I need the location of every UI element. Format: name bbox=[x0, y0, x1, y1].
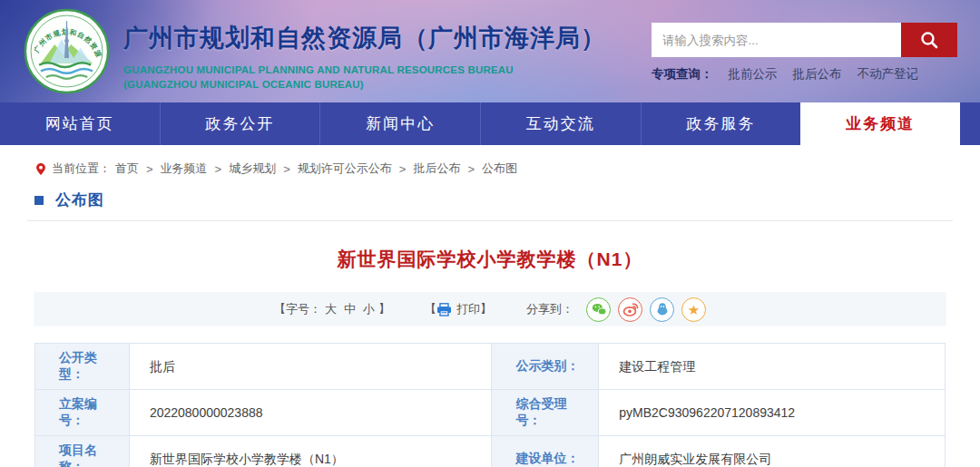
section-title: 公布图 bbox=[55, 190, 104, 210]
table-row: 立案编号： 2022080000023888 综合受理号： pyMB2C9309… bbox=[35, 390, 946, 436]
print-button[interactable]: 打印 bbox=[436, 301, 480, 317]
share-qq-button[interactable] bbox=[650, 297, 674, 322]
breadcrumb-separator: > bbox=[399, 162, 407, 176]
breadcrumb: 当前位置： 首页 > 业务频道 > 城乡规划 > 规划许可公示公布 > 批后公布… bbox=[0, 145, 980, 177]
table-row: 公开类型： 批后 公示类别： 建设工程管理 bbox=[35, 344, 946, 390]
field-value: pyMB2C930962207120893412 bbox=[599, 390, 946, 436]
font-size-large-button[interactable]: 大 bbox=[325, 301, 337, 317]
printer-icon bbox=[436, 303, 452, 316]
square-bullet-icon bbox=[34, 196, 44, 205]
crumb-urban-rural-planning[interactable]: 城乡规划 bbox=[229, 161, 276, 177]
font-size-label: 【字号： bbox=[274, 301, 321, 317]
field-value: 2022080000023888 bbox=[129, 390, 492, 436]
font-size-label-close: 】 bbox=[378, 301, 390, 317]
nav-tab-home[interactable]: 网站首页 bbox=[0, 102, 160, 145]
breadcrumb-separator: > bbox=[283, 162, 290, 176]
search-button[interactable] bbox=[901, 23, 957, 57]
field-value: 广州朗威实业发展有限公司 bbox=[599, 436, 946, 467]
nav-tab-gov-services[interactable]: 政务服务 bbox=[641, 102, 801, 145]
location-pin-icon bbox=[34, 161, 47, 177]
font-size-medium-button[interactable]: 中 bbox=[344, 301, 356, 317]
section-divider bbox=[27, 220, 953, 221]
breadcrumb-separator: > bbox=[467, 162, 475, 176]
special-query-row: 专项查询： 批前公示 批后公布 不动产登记 bbox=[652, 66, 957, 83]
search-input[interactable] bbox=[652, 23, 901, 57]
link-pre-approval-notice[interactable]: 批前公示 bbox=[729, 66, 778, 83]
breadcrumb-label: 当前位置： bbox=[52, 161, 111, 177]
crumb-post-approval[interactable]: 批后公布 bbox=[413, 161, 460, 177]
article-title: 新世界国际学校小学教学楼（N1） bbox=[0, 247, 980, 272]
special-query-label: 专项查询： bbox=[652, 66, 713, 83]
crumb-home[interactable]: 首页 bbox=[115, 161, 139, 177]
field-value: 建设工程管理 bbox=[599, 344, 946, 390]
field-label: 建设单位： bbox=[492, 436, 599, 467]
main-nav: 网站首页 政务公开 新闻中心 互动交流 政务服务 业务频道 bbox=[0, 102, 980, 145]
crumb-permit-publicity[interactable]: 规划许可公示公布 bbox=[298, 161, 392, 177]
breadcrumb-separator: > bbox=[215, 162, 222, 176]
field-label: 立案编号： bbox=[35, 390, 130, 436]
field-label: 项目名称： bbox=[35, 436, 130, 467]
font-size-control: 【字号： 大 中 小 】 bbox=[274, 301, 390, 317]
weibo-icon bbox=[622, 302, 639, 316]
article-toolbar: 【字号： 大 中 小 】 【 打印 】 分享到： bbox=[34, 292, 946, 326]
share-weibo-button[interactable] bbox=[618, 297, 642, 322]
search-icon bbox=[919, 30, 939, 50]
print-bracket-close: 】 bbox=[480, 301, 492, 317]
qq-icon bbox=[655, 302, 670, 316]
field-value: 批后 bbox=[129, 344, 492, 390]
site-title: 广州市规划和自然资源局（广州市海洋局） bbox=[123, 22, 606, 54]
field-value: 新世界国际学校小学教学楼（N1） bbox=[129, 436, 492, 467]
wechat-icon bbox=[591, 302, 607, 316]
font-size-small-button[interactable]: 小 bbox=[363, 301, 375, 317]
field-label: 公示类别： bbox=[492, 344, 599, 390]
section-header: 公布图 bbox=[27, 190, 953, 210]
link-real-estate-registration[interactable]: 不动产登记 bbox=[858, 66, 919, 83]
bureau-logo-icon[interactable]: 广州市规划和自然资源局 bbox=[24, 8, 110, 94]
field-label: 综合受理号： bbox=[492, 390, 599, 436]
table-row: 项目名称： 新世界国际学校小学教学楼（N1） 建设单位： 广州朗威实业发展有限公… bbox=[35, 436, 946, 467]
field-label: 公开类型： bbox=[35, 344, 130, 390]
share-control: 分享到： ★ bbox=[526, 297, 706, 322]
print-control: 【 打印 】 bbox=[425, 301, 492, 317]
print-bracket-open: 【 bbox=[425, 301, 436, 317]
crumb-publication-map: 公布图 bbox=[482, 161, 517, 177]
nav-tab-interaction[interactable]: 互动交流 bbox=[480, 102, 641, 145]
share-label: 分享到： bbox=[526, 301, 573, 317]
nav-tab-news-center[interactable]: 新闻中心 bbox=[319, 102, 480, 145]
site-subtitle: GUANGZHOU MUNICIPAL PLANNING AND NATURAL… bbox=[123, 63, 606, 92]
share-favorite-button[interactable]: ★ bbox=[681, 297, 706, 322]
print-label: 打印 bbox=[456, 301, 480, 317]
site-header: 广州市规划和自然资源局 广州市规划和自然资源局（广州市海洋局） GUANGZHO… bbox=[0, 0, 980, 102]
nav-tab-business-channel[interactable]: 业务频道 bbox=[800, 102, 960, 145]
project-info-table: 公开类型： 批后 公示类别： 建设工程管理 立案编号： 202208000002… bbox=[34, 343, 946, 467]
nav-tab-gov-affairs[interactable]: 政务公开 bbox=[160, 102, 320, 145]
link-post-approval-notice[interactable]: 批后公布 bbox=[793, 66, 842, 83]
favorite-star-icon: ★ bbox=[688, 303, 700, 316]
crumb-business-channel[interactable]: 业务频道 bbox=[161, 161, 208, 177]
search-bar bbox=[652, 23, 957, 57]
site-branding: 广州市规划和自然资源局（广州市海洋局） GUANGZHOU MUNICIPAL … bbox=[123, 22, 606, 92]
share-wechat-button[interactable] bbox=[586, 297, 611, 322]
breadcrumb-separator: > bbox=[146, 162, 153, 176]
